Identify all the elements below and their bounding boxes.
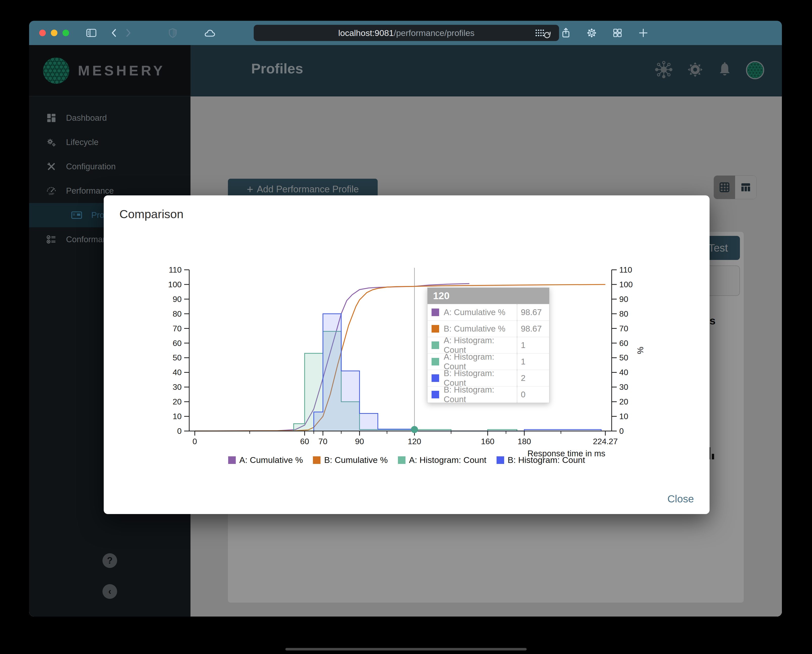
tooltip-row: A: Histogram: Count1 [427, 353, 549, 370]
comparison-chart[interactable]: 0010102020303040405050606070708080909010… [165, 254, 665, 456]
svg-text:160: 160 [481, 437, 494, 446]
series-swatch-icon [432, 325, 439, 333]
chart-legend: A: Cumulative %B: Cumulative %A: Histogr… [104, 455, 710, 465]
svg-text:90: 90 [355, 437, 364, 446]
close-button[interactable]: Close [667, 493, 694, 505]
svg-text:90: 90 [619, 295, 628, 304]
grid-dots-icon[interactable] [533, 26, 547, 40]
tooltip-series-value: 0 [517, 387, 549, 403]
minimize-window-button[interactable] [51, 30, 57, 36]
svg-text:60: 60 [172, 339, 182, 348]
svg-text:10: 10 [172, 412, 182, 421]
svg-text:70: 70 [319, 437, 328, 446]
legend-item[interactable]: B: Cumulative % [313, 455, 388, 465]
series-swatch-icon [432, 309, 439, 316]
legend-swatch-icon [228, 456, 236, 464]
svg-text:90: 90 [172, 295, 182, 304]
legend-swatch-icon [398, 456, 406, 464]
app-viewport: MESHERY DashboardLifecycleConfigurationS… [29, 45, 782, 617]
tooltip-series-label: A: Cumulative % [444, 307, 517, 317]
svg-text:60: 60 [300, 437, 309, 446]
svg-text:40: 40 [172, 368, 182, 377]
series-swatch-icon [432, 341, 439, 349]
browser-toolbar: localhost:9081/performance/profiles [29, 21, 782, 45]
y2-axis-label: % [636, 347, 645, 354]
browser-window: localhost:9081/performance/profiles [29, 21, 782, 617]
svg-text:180: 180 [517, 437, 531, 446]
cloud-icon[interactable] [203, 26, 217, 40]
url-host: localhost:9081 [338, 28, 394, 38]
screenshot-stage: localhost:9081/performance/profiles [0, 0, 812, 654]
back-button[interactable] [107, 26, 121, 40]
svg-text:110: 110 [169, 265, 182, 274]
svg-text:70: 70 [619, 324, 628, 333]
tooltip-series-value: 98.67 [517, 304, 549, 321]
sidebar-toggle-icon[interactable] [84, 26, 98, 40]
legend-swatch-icon [496, 456, 504, 464]
legend-label: B: Cumulative % [324, 455, 388, 465]
series-swatch-icon [432, 374, 439, 382]
svg-text:20: 20 [619, 397, 628, 406]
legend-label: B: Histogram: Count [508, 455, 585, 465]
svg-text:60: 60 [619, 339, 628, 348]
modal-title: Comparison [119, 207, 183, 221]
tooltip-series-label: B: Histogram: Count [444, 385, 517, 404]
legend-item[interactable]: A: Cumulative % [228, 455, 303, 465]
forward-button[interactable] [121, 26, 135, 40]
chart-tooltip: 120 A: Cumulative %98.67B: Cumulative %9… [427, 287, 549, 403]
svg-text:80: 80 [172, 309, 182, 318]
svg-text:70: 70 [172, 324, 182, 333]
zoom-window-button[interactable] [63, 30, 69, 36]
series-swatch-icon [432, 358, 439, 365]
svg-text:110: 110 [619, 265, 632, 274]
legend-label: A: Histogram: Count [409, 455, 487, 465]
tooltip-header: 120 [427, 288, 549, 304]
share-icon[interactable] [559, 26, 573, 40]
tooltip-series-label: B: Cumulative % [444, 324, 517, 333]
privacy-shield-icon [166, 26, 180, 40]
series-swatch-icon [432, 391, 439, 398]
tooltip-series-value: 1 [517, 354, 549, 370]
svg-text:120: 120 [408, 437, 421, 446]
tooltip-series-value: 1 [517, 337, 549, 353]
close-window-button[interactable] [39, 30, 46, 36]
svg-text:80: 80 [619, 309, 628, 318]
url-bar[interactable]: localhost:9081/performance/profiles [254, 25, 559, 41]
svg-text:0: 0 [177, 426, 182, 435]
tooltip-row: A: Histogram: Count1 [427, 337, 549, 353]
tooltip-row: B: Histogram: Count0 [427, 386, 549, 403]
svg-text:100: 100 [619, 280, 633, 289]
comparison-modal: Comparison 00101020203030404050506060707… [104, 196, 710, 514]
svg-text:0: 0 [192, 437, 197, 446]
new-tab-icon[interactable] [636, 26, 650, 40]
tooltip-row: B: Cumulative %98.67 [427, 321, 549, 337]
legend-swatch-icon [313, 456, 321, 464]
svg-text:20: 20 [172, 397, 182, 406]
legend-item[interactable]: B: Histogram: Count [496, 455, 585, 465]
legend-label: A: Cumulative % [239, 455, 303, 465]
svg-text:30: 30 [172, 382, 182, 391]
svg-text:40: 40 [619, 368, 628, 377]
settings-gear-icon[interactable] [585, 26, 599, 40]
svg-text:100: 100 [168, 280, 182, 289]
tooltip-series-value: 98.67 [517, 321, 549, 337]
tooltip-series-value: 2 [517, 370, 549, 386]
url-path: /performance/profiles [394, 28, 474, 38]
tooltip-row: B: Histogram: Count2 [427, 370, 549, 386]
svg-text:10: 10 [619, 412, 628, 421]
svg-text:224.27: 224.27 [593, 437, 618, 446]
svg-text:0: 0 [619, 426, 624, 435]
hover-dot [411, 426, 418, 433]
tooltip-row: A: Cumulative %98.67 [427, 304, 549, 321]
dock-indicator [285, 648, 527, 651]
svg-text:50: 50 [619, 353, 628, 362]
svg-text:30: 30 [619, 382, 628, 391]
tab-overview-icon[interactable] [611, 26, 624, 40]
legend-item[interactable]: A: Histogram: Count [398, 455, 487, 465]
svg-text:50: 50 [172, 353, 182, 362]
